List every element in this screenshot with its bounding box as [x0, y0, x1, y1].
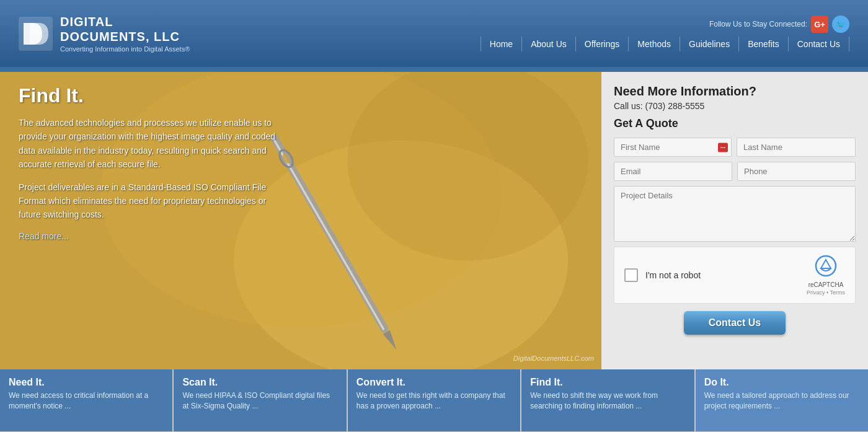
social-bar: Follow Us to Stay Connected: G+ 🐦	[709, 15, 849, 33]
footer-card-need: Need It. We need access to critical info…	[0, 369, 174, 431]
footer-card-find-title: Find It.	[530, 377, 685, 388]
recaptcha-checkbox[interactable]	[624, 268, 638, 282]
nav: Home About Us Offerings Methods Guidelin…	[480, 37, 849, 51]
nav-benefits[interactable]: Benefits	[739, 37, 789, 51]
footer-card-scan: Scan It. We need HIPAA & ISO Compliant d…	[174, 369, 347, 431]
footer-card-do-body: We need a tailored approach to address o…	[704, 390, 859, 412]
footer-card-scan-body: We need HIPAA & ISO Compliant digital fi…	[182, 390, 337, 412]
hero-section: Find It. The advanced technologies and p…	[0, 72, 601, 369]
footer-cards: Need It. We need access to critical info…	[0, 369, 868, 431]
recaptcha-links: Privacy • Terms	[807, 289, 845, 296]
hero-title: Find It.	[19, 84, 285, 107]
nav-contact[interactable]: Contact Us	[789, 37, 849, 51]
hero-content: Find It. The advanced technologies and p…	[19, 84, 285, 242]
twitter-button[interactable]: 🐦	[832, 15, 849, 33]
hero-body-2: Project deliverables are in a Standard-B…	[19, 180, 285, 222]
footer-card-find: Find It. We need to shift the way we wor…	[521, 369, 695, 431]
watermark: DigitalDocumentsLLC.com	[513, 355, 594, 362]
footer-card-scan-title: Scan It.	[182, 377, 337, 388]
footer-card-convert-title: Convert It.	[356, 377, 512, 388]
footer-card-do-title: Do It.	[704, 377, 859, 388]
read-more-link[interactable]: Read more...	[19, 231, 69, 241]
logo-subtitle: Converting Information into Digital Asse…	[60, 45, 190, 53]
header: DIGITAL DOCUMENTS, LLC Converting Inform…	[0, 0, 868, 67]
footer-card-need-body: We need access to critical information a…	[9, 390, 164, 412]
last-name-input[interactable]	[737, 138, 856, 157]
project-details-input[interactable]	[614, 186, 856, 242]
main-content: Find It. The advanced technologies and p…	[0, 72, 868, 369]
sidebar-form: Need More Information? Call us: (703) 28…	[601, 72, 868, 369]
footer-card-do: Do It. We need a tailored approach to ad…	[696, 369, 868, 431]
recaptcha-logo-icon	[807, 255, 845, 281]
project-row	[614, 186, 856, 242]
first-name-wrapper: ···	[614, 138, 732, 157]
input-error-icon: ···	[718, 143, 728, 152]
recaptcha-left: I'm not a robot	[624, 268, 701, 282]
phone-input[interactable]	[737, 162, 856, 181]
contact-us-button[interactable]: Contact Us	[684, 311, 786, 335]
follow-label: Follow Us to Stay Connected:	[709, 20, 807, 29]
footer-card-convert-body: We need to get this right with a company…	[356, 390, 512, 412]
accent-bar	[0, 67, 868, 72]
google-plus-button[interactable]: G+	[811, 15, 828, 33]
nav-guidelines[interactable]: Guidelines	[680, 37, 739, 51]
name-row: ···	[614, 138, 856, 157]
sidebar-phone: Call us: (703) 288-5555	[614, 101, 856, 111]
recaptcha-label: I'm not a robot	[645, 270, 701, 280]
header-right: Follow Us to Stay Connected: G+ 🐦 Home A…	[480, 15, 849, 51]
contact-row	[614, 162, 856, 181]
logo-text: DIGITAL DOCUMENTS, LLC Converting Inform…	[60, 14, 190, 53]
sidebar-title: Need More Information?	[614, 84, 856, 99]
logo-title: DIGITAL DOCUMENTS, LLC	[60, 14, 190, 44]
footer-card-need-title: Need It.	[9, 377, 164, 388]
email-input[interactable]	[614, 162, 732, 181]
quote-title: Get A Quote	[614, 117, 856, 130]
nav-methods[interactable]: Methods	[629, 37, 680, 51]
hero-body-1: The advanced technologies and processes …	[19, 116, 285, 172]
recaptcha-brand: reCAPTCHA	[807, 281, 845, 289]
recaptcha-right: reCAPTCHA Privacy • Terms	[807, 255, 845, 296]
logo-icon	[19, 17, 53, 51]
recaptcha-widget[interactable]: I'm not a robot reCAPTCHA Privacy • Term…	[614, 247, 856, 304]
logo-area: DIGITAL DOCUMENTS, LLC Converting Inform…	[19, 14, 190, 53]
nav-home[interactable]: Home	[480, 37, 522, 51]
nav-offerings[interactable]: Offerings	[576, 37, 629, 51]
footer-card-find-body: We need to shift the way we work from se…	[530, 390, 685, 412]
first-name-input[interactable]	[614, 138, 732, 157]
nav-about[interactable]: About Us	[522, 37, 576, 51]
footer-card-convert: Convert It. We need to get this right wi…	[348, 369, 521, 431]
